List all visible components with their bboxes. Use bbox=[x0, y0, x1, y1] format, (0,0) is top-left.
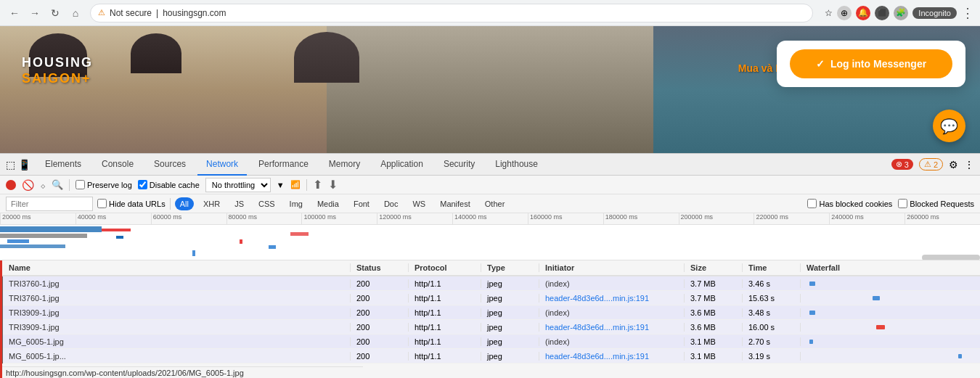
filter-type-manifest[interactable]: Manifest bbox=[435, 197, 475, 210]
filter-type-xhr[interactable]: XHR bbox=[198, 197, 225, 210]
cell-type: jpeg bbox=[481, 323, 539, 332]
cell-size: 3.1 MB bbox=[685, 337, 743, 346]
extension1-icon[interactable]: ⊕ bbox=[837, 6, 852, 20]
throttle-select[interactable]: No throttling Fast 3G Slow 3G Offline bbox=[205, 178, 271, 192]
hide-data-urls-input[interactable] bbox=[97, 199, 107, 208]
filter-type-all[interactable]: All bbox=[175, 197, 194, 210]
filter-type-media[interactable]: Media bbox=[312, 197, 344, 210]
filter-input[interactable] bbox=[6, 197, 93, 211]
th-name[interactable]: Name bbox=[3, 263, 351, 272]
cell-type: jpeg bbox=[481, 352, 539, 361]
forward-button[interactable]: → bbox=[26, 4, 44, 22]
th-type[interactable]: Type bbox=[481, 263, 539, 272]
filter-type-css[interactable]: CSS bbox=[253, 197, 280, 210]
blocked-requests-label: Blocked Requests bbox=[910, 200, 974, 208]
record-button[interactable] bbox=[6, 180, 16, 190]
messenger-label: Log into Messenger bbox=[830, 58, 926, 70]
filter-type-font[interactable]: Font bbox=[348, 197, 375, 210]
th-time[interactable]: Time bbox=[743, 263, 801, 272]
tab-memory[interactable]: Memory bbox=[320, 154, 369, 176]
cell-waterfall bbox=[801, 276, 980, 291]
th-status[interactable]: Status bbox=[351, 263, 409, 272]
cell-waterfall bbox=[801, 349, 980, 363]
preserve-log-checkbox[interactable]: Preserve log bbox=[75, 180, 132, 189]
network-conditions-icon[interactable]: 📶 bbox=[290, 180, 301, 189]
blocked-requests-checkbox[interactable]: Blocked Requests bbox=[898, 199, 974, 208]
filter-row: Hide data URLs All XHR JS CSS Img Media … bbox=[0, 194, 980, 213]
address-bar[interactable]: ⚠ Not secure | housingsgn.com bbox=[90, 4, 813, 22]
tab-sources[interactable]: Sources bbox=[145, 154, 195, 176]
devtools-device-icon[interactable]: 📱 bbox=[18, 159, 30, 170]
export-button[interactable]: ⬇ bbox=[328, 178, 338, 192]
ruler-mark-7: 160000 ms bbox=[528, 213, 603, 224]
toolbar-divider2 bbox=[306, 179, 307, 191]
cell-protocol: http/1.1 bbox=[409, 323, 481, 332]
devtools-settings-icon[interactable]: ⚙ bbox=[949, 159, 958, 170]
cell-initiator: (index) bbox=[539, 279, 685, 288]
logo-line2: SAIGON+ bbox=[22, 71, 93, 87]
table-row[interactable]: TRI3909-1.jpg 200 http/1.1 jpeg header-4… bbox=[0, 320, 980, 334]
th-initiator[interactable]: Initiator bbox=[539, 263, 685, 272]
clear-button[interactable]: 🚫 bbox=[22, 179, 34, 191]
devtools-inspect-icon[interactable]: ⬚ bbox=[6, 159, 15, 170]
cell-time: 3.48 s bbox=[743, 308, 801, 317]
back-button[interactable]: ← bbox=[6, 4, 23, 22]
tab-console[interactable]: Console bbox=[93, 154, 142, 176]
th-waterfall[interactable]: Waterfall bbox=[801, 263, 980, 272]
tab-network[interactable]: Network bbox=[197, 154, 247, 176]
has-blocked-cookies-input[interactable] bbox=[807, 199, 817, 208]
cell-name: TRI3909-1.jpg bbox=[3, 323, 351, 332]
filter-type-img[interactable]: Img bbox=[285, 197, 308, 210]
filter-type-doc[interactable]: Doc bbox=[379, 197, 404, 210]
reload-button[interactable]: ↻ bbox=[46, 4, 64, 22]
cell-size: 3.7 MB bbox=[685, 279, 743, 288]
filter-type-other[interactable]: Other bbox=[480, 197, 510, 210]
table-row[interactable]: MG_6005-1.jpg 200 http/1.1 jpeg (index) … bbox=[0, 334, 980, 349]
red-selection-border bbox=[0, 260, 2, 378]
cell-initiator: (index) bbox=[539, 337, 685, 346]
messenger-button[interactable]: ✓ Log into Messenger bbox=[790, 49, 952, 78]
ruler-mark-8: 180000 ms bbox=[603, 213, 679, 224]
search-button[interactable]: 🔍 bbox=[52, 179, 63, 190]
disable-cache-checkbox[interactable]: Disable cache bbox=[138, 180, 200, 189]
table-row[interactable]: TRI3909-1.jpg 200 http/1.1 jpeg (index) … bbox=[0, 305, 980, 320]
bookmark-icon[interactable]: ☆ bbox=[825, 8, 833, 18]
home-button[interactable]: ⌂ bbox=[67, 4, 84, 22]
timeline-area[interactable]: 20000 ms 40000 ms 60000 ms 80000 ms 1000… bbox=[0, 213, 980, 260]
disable-cache-input[interactable] bbox=[138, 180, 147, 189]
cell-name: TRI3760-1.jpg bbox=[3, 279, 351, 288]
requests-table-container[interactable]: Name Status Protocol Type Initiator Size… bbox=[0, 260, 980, 378]
th-protocol[interactable]: Protocol bbox=[409, 263, 481, 272]
has-blocked-cookies-checkbox[interactable]: Has blocked cookies bbox=[807, 199, 892, 208]
cell-initiator: header-48d3e6d....min.js:191 bbox=[539, 352, 685, 361]
puzzle-icon[interactable]: 🧩 bbox=[894, 6, 908, 20]
cell-name: MG_6005-1.jp... bbox=[3, 352, 351, 361]
table-row[interactable]: TRI3760-1.jpg 200 http/1.1 jpeg (index) … bbox=[0, 276, 980, 291]
notification-icon[interactable]: 🔔 bbox=[856, 6, 870, 20]
th-size[interactable]: Size bbox=[685, 263, 743, 272]
messenger-float-button[interactable]: 💬 bbox=[933, 110, 965, 142]
chrome-menu-icon[interactable]: ⋮ bbox=[961, 5, 974, 21]
table-row[interactable]: TRI3760-1.jpg 200 http/1.1 jpeg header-4… bbox=[0, 291, 980, 305]
table-row[interactable]: MG_6005-1.jp... 200 http/1.1 jpeg header… bbox=[0, 349, 980, 363]
import-button[interactable]: ⬆ bbox=[313, 178, 322, 192]
extension2-icon[interactable]: ⬛ bbox=[875, 6, 889, 20]
not-secure-label: Not secure bbox=[110, 8, 152, 18]
devtools-tab-bar: ⬚ 📱 Elements Console Sources Network Per… bbox=[0, 154, 980, 176]
preserve-log-input[interactable] bbox=[75, 180, 85, 189]
filter-type-ws[interactable]: WS bbox=[407, 197, 430, 210]
hide-data-urls-checkbox[interactable]: Hide data URLs bbox=[97, 199, 166, 208]
tab-lighthouse[interactable]: Lighthouse bbox=[486, 154, 547, 176]
filter-type-js[interactable]: JS bbox=[229, 197, 249, 210]
tab-performance[interactable]: Performance bbox=[250, 154, 317, 176]
tab-security[interactable]: Security bbox=[435, 154, 483, 176]
filter-button[interactable]: ⬦ bbox=[40, 179, 46, 191]
cell-protocol: http/1.1 bbox=[409, 308, 481, 317]
tab-application[interactable]: Application bbox=[372, 154, 432, 176]
logo-line1: HOUSING bbox=[22, 55, 93, 71]
devtools-more-icon[interactable]: ⋮ bbox=[964, 159, 974, 170]
blocked-requests-input[interactable] bbox=[898, 199, 907, 208]
cell-status: 200 bbox=[351, 352, 409, 361]
tab-elements[interactable]: Elements bbox=[36, 154, 90, 176]
cell-size: 3.6 MB bbox=[685, 308, 743, 317]
